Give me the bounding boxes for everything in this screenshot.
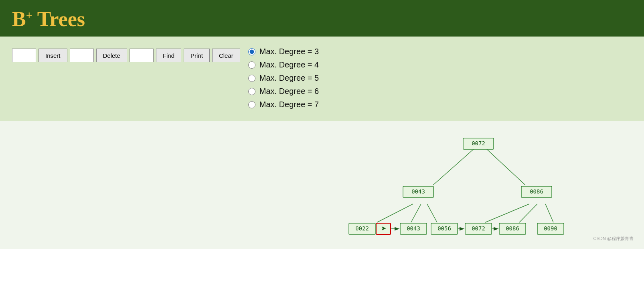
- leaf-0022-label: 0022: [355, 225, 369, 232]
- degree-radio-4[interactable]: [248, 61, 255, 69]
- tree-canvas: 0072 0043 0086 0022 ➤ 0043 0056: [0, 121, 644, 249]
- clear-button[interactable]: Clear: [212, 49, 240, 62]
- degree-controls: Max. Degree = 3 Max. Degree = 4 Max. Deg…: [248, 45, 319, 109]
- degree-option-6[interactable]: Max. Degree = 6: [248, 87, 319, 96]
- degree-radio-3[interactable]: [248, 48, 255, 55]
- edge-mid-leaf4: [427, 204, 437, 222]
- node-mid-label: 0043: [411, 188, 425, 195]
- find-button[interactable]: Find: [156, 49, 181, 62]
- edge-root-right: [485, 148, 525, 185]
- degree-label-4: Max. Degree = 4: [259, 60, 319, 69]
- page-title: B+ Trees: [12, 7, 85, 31]
- input-controls: Insert Delete Find Print Clear: [12, 45, 240, 62]
- insert-input[interactable]: [12, 49, 36, 62]
- main-content: Insert Delete Find Print Clear Max. Degr…: [0, 37, 644, 249]
- leaf-0043-label: 0043: [407, 225, 420, 232]
- edge-right-leaf7: [545, 204, 553, 222]
- degree-label-6: Max. Degree = 6: [259, 87, 319, 96]
- degree-option-3[interactable]: Max. Degree = 3: [248, 47, 319, 56]
- controls-row: Insert Delete Find Print Clear Max. Degr…: [0, 37, 644, 121]
- delete-input[interactable]: [70, 49, 94, 62]
- find-input[interactable]: [130, 49, 154, 62]
- title-superscript: +: [26, 9, 32, 21]
- edge-root-mid: [433, 148, 475, 185]
- edge-mid-leaf3: [411, 204, 421, 222]
- insert-button[interactable]: Insert: [38, 49, 67, 62]
- leaf-0086-label: 0086: [506, 225, 519, 232]
- watermark: CSDN @程序媛青青: [593, 236, 634, 241]
- node-root-label: 0072: [472, 140, 485, 147]
- edge-mid-leaf1: [377, 204, 413, 222]
- delete-button[interactable]: Delete: [96, 49, 127, 62]
- degree-radio-7[interactable]: [248, 101, 255, 108]
- node-right-label: 0086: [530, 188, 543, 195]
- print-button[interactable]: Print: [184, 49, 210, 62]
- degree-radio-5[interactable]: [248, 75, 255, 82]
- degree-label-3: Max. Degree = 3: [259, 47, 319, 56]
- edge-right-leaf5: [485, 204, 529, 222]
- leaf-0056-label: 0056: [437, 225, 451, 232]
- degree-option-4[interactable]: Max. Degree = 4: [248, 60, 319, 69]
- degree-radio-6[interactable]: [248, 88, 255, 95]
- tree-visualization: 0072 0043 0086 0022 ➤ 0043 0056: [0, 121, 644, 249]
- degree-option-7[interactable]: Max. Degree = 7: [248, 100, 319, 109]
- degree-label-7: Max. Degree = 7: [259, 100, 319, 109]
- leaf-0072-label: 0072: [472, 225, 485, 232]
- leaf-arrow-symbol: ➤: [381, 225, 386, 232]
- degree-option-5[interactable]: Max. Degree = 5: [248, 73, 319, 83]
- header: B+ Trees: [0, 0, 644, 37]
- degree-label-5: Max. Degree = 5: [259, 73, 319, 83]
- leaf-0090-label: 0090: [544, 225, 557, 232]
